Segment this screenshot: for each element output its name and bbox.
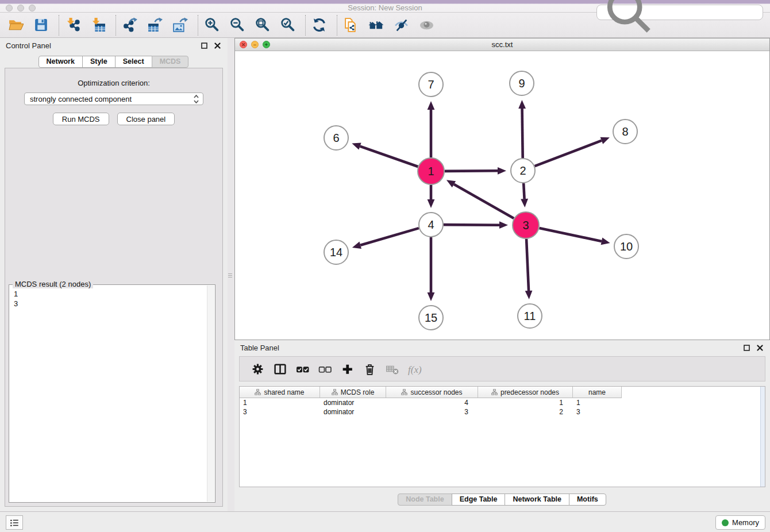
search-field[interactable]: [596, 5, 763, 20]
svg-text:7: 7: [428, 78, 434, 91]
zoom-in-icon: [204, 17, 220, 33]
optimization-criterion-label: Optimization criterion:: [5, 79, 222, 87]
gear-icon: [251, 363, 264, 376]
control-tab-network[interactable]: Network: [38, 56, 83, 68]
node-14[interactable]: 14: [324, 240, 348, 264]
hide-eye-button[interactable]: [392, 17, 410, 34]
search-input[interactable]: [661, 8, 763, 17]
float-panel-icon[interactable]: [201, 43, 207, 49]
close-table-panel-icon[interactable]: [757, 345, 763, 351]
split-view-button[interactable]: [272, 361, 287, 376]
trash-icon: [363, 363, 376, 376]
mcds-result-item[interactable]: 1: [14, 289, 215, 299]
edge-arrow-1-6: [352, 143, 361, 150]
import-network-icon: [65, 17, 80, 33]
memory-button[interactable]: Memory: [715, 515, 765, 530]
export-image-button[interactable]: [171, 17, 188, 34]
copy-network-doc-button[interactable]: [342, 17, 359, 34]
edge-2-3[interactable]: [523, 183, 524, 199]
node-2[interactable]: 2: [511, 159, 535, 183]
table-row[interactable]: 3dominator323: [240, 407, 765, 417]
table-tab-edge-table[interactable]: Edge Table: [452, 494, 506, 506]
close-panel-button[interactable]: Close panel: [117, 113, 175, 125]
node-7[interactable]: 7: [419, 72, 443, 97]
table-tab-node-table[interactable]: Node Table: [398, 494, 452, 506]
svg-text:4: 4: [428, 218, 434, 231]
import-table-button[interactable]: [89, 17, 106, 34]
zoom-selected-button[interactable]: [279, 17, 296, 34]
export-network-button[interactable]: [121, 17, 138, 34]
edge-arrow-1-2: [498, 167, 506, 175]
column-header-shared-name[interactable]: shared name: [240, 387, 320, 398]
column-header-name[interactable]: name: [573, 387, 622, 398]
edge-2-8[interactable]: [535, 141, 602, 166]
checked-boxes-button[interactable]: [295, 361, 310, 376]
unchecked-boxes-button[interactable]: [317, 361, 332, 376]
edge-4-14[interactable]: [360, 228, 419, 245]
plus-button[interactable]: [340, 361, 355, 376]
node-8[interactable]: 8: [613, 119, 637, 144]
zoom-out-button[interactable]: [228, 17, 245, 34]
node-9[interactable]: 9: [510, 71, 534, 95]
home-button[interactable]: [367, 17, 384, 34]
close-panel-icon[interactable]: [214, 43, 221, 49]
node-3[interactable]: 3: [513, 212, 539, 238]
edge-3-10[interactable]: [539, 228, 601, 241]
control-tab-style[interactable]: Style: [82, 56, 116, 68]
column-header-predecessor-nodes[interactable]: predecessor nodes: [478, 387, 573, 398]
result-scrollbar[interactable]: [207, 286, 214, 502]
svg-text:3: 3: [522, 219, 529, 232]
import-network-button[interactable]: [64, 17, 81, 34]
optimization-criterion-select[interactable]: strongly connected component: [24, 92, 203, 105]
zoom-out-icon: [229, 17, 245, 33]
table-tab-motifs[interactable]: Motifs: [569, 494, 606, 506]
column-header-successor-nodes[interactable]: successor nodes: [386, 387, 478, 398]
table-row[interactable]: 1dominator411: [240, 398, 765, 407]
node-4[interactable]: 4: [419, 213, 443, 237]
mcds-result-item[interactable]: 3: [14, 299, 215, 309]
control-tab-mcds[interactable]: MCDS: [152, 56, 189, 68]
node-10[interactable]: 10: [614, 234, 638, 259]
refresh-button[interactable]: [310, 17, 328, 34]
edge-3-1[interactable]: [454, 184, 514, 218]
column-type-icon: [255, 389, 261, 395]
node-11[interactable]: 11: [518, 304, 542, 328]
edge-2-9[interactable]: [522, 109, 523, 158]
node-1[interactable]: 1: [418, 158, 444, 184]
column-header-MCDS-role[interactable]: MCDS role: [320, 387, 386, 398]
edge-1-2[interactable]: [445, 171, 498, 171]
svg-text:15: 15: [425, 311, 437, 324]
node-6[interactable]: 6: [324, 126, 348, 150]
control-tab-select[interactable]: Select: [115, 56, 152, 68]
network-canvas[interactable]: 7968124314101511: [235, 51, 769, 340]
network-graph: 7968124314101511: [235, 51, 769, 340]
list-icon: [9, 518, 20, 528]
toolbar-separator: [59, 15, 59, 36]
edge-3-11[interactable]: [526, 239, 529, 291]
task-list-button[interactable]: [6, 515, 23, 530]
panel-splitter-grip[interactable]: [228, 270, 232, 280]
delete-table-icon: [386, 363, 399, 376]
export-table-button[interactable]: [146, 17, 163, 34]
edge-arrow-3-10: [601, 238, 610, 245]
status-bar: Memory: [0, 511, 770, 532]
node-15[interactable]: 15: [419, 306, 443, 330]
table-body: 1dominator4113dominator323: [240, 398, 765, 417]
edge-4-3[interactable]: [444, 225, 499, 225]
table-scrollbar[interactable]: [760, 387, 765, 487]
criterion-value: strongly connected component: [30, 95, 132, 103]
svg-text:1: 1: [428, 165, 434, 178]
run-mcds-button[interactable]: Run MCDS: [53, 113, 109, 125]
open-folder-button[interactable]: [7, 17, 24, 34]
trash-button[interactable]: [362, 361, 377, 376]
zoom-fit-button[interactable]: [253, 17, 271, 34]
float-table-panel-icon[interactable]: [744, 345, 750, 351]
zoom-in-button[interactable]: [203, 17, 220, 34]
gear-button[interactable]: [250, 361, 265, 376]
table-tab-network-table[interactable]: Network Table: [505, 494, 569, 506]
save-button[interactable]: [32, 17, 49, 34]
memory-label: Memory: [732, 518, 759, 527]
control-panel-title: Control Panel: [0, 41, 201, 50]
edge-1-6[interactable]: [360, 147, 418, 167]
network-title: scc.txt: [235, 40, 769, 49]
